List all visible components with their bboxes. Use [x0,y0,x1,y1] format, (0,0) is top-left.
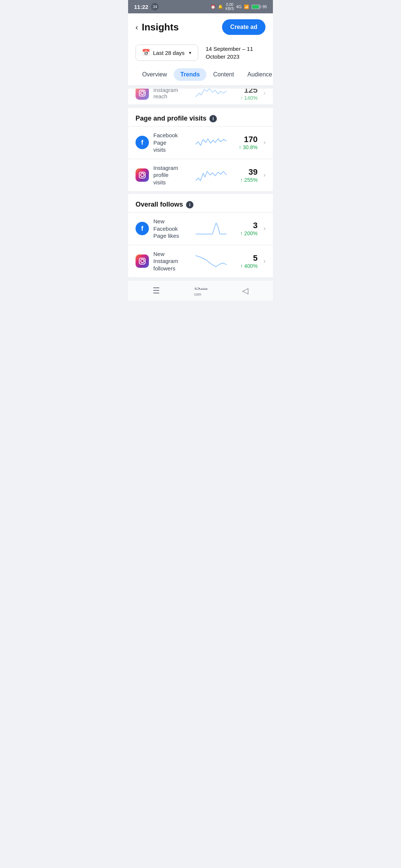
date-range-dropdown[interactable]: 📅 Last 28 days ▼ [136,45,198,61]
notification-badge: 34 [151,3,159,10]
instagram-icon [136,168,149,182]
facebook-visits-value: 170 [244,135,258,144]
partial-label: Instagram reach [153,89,189,99]
create-ad-button[interactable]: Create ad [222,19,265,35]
facebook-likes-value: 3 [253,221,257,230]
bell-icon: 🔔 [218,4,223,9]
partial-change: ↑ 140% [240,95,258,101]
battery-level: 95 [263,4,267,9]
facebook-page-visits-label: Facebook Pagevisits [153,132,189,154]
facebook-likes-label: New FacebookPage likes [153,218,189,240]
menu-icon[interactable]: ☰ [153,286,160,296]
status-right: ⏰ 🔔 0.00KB/S 4G 📶 95 [211,3,267,11]
tab-content[interactable]: Content [206,68,241,81]
instagram-followers-row: New Instagramfollowers 5 ↑ 400% › [128,245,273,277]
page-title: Insights [142,22,179,33]
tabs-row: Overview Trends Content Audience [128,67,273,86]
overall-follows-header: Overall follows i [128,194,273,212]
tab-overview[interactable]: Overview [136,68,174,81]
instagram-followers-chart [194,254,227,269]
tab-trends[interactable]: Trends [174,68,206,81]
back-nav-icon[interactable]: ◁ [242,286,248,296]
battery-icon [251,4,260,9]
facebook-likes-chart [194,221,227,236]
partial-chart [194,89,227,101]
instagram-visits-change: ↑ 255% [240,177,258,183]
reach-section-partial: Instagram reach 125 ↑ 140% › [128,89,273,105]
facebook-page-visits-row: f Facebook Pagevisits 170 ↑ 30.8% › [128,126,273,159]
chevron-right-icon[interactable]: › [264,139,265,146]
alarm-icon: ⏰ [211,4,216,9]
back-button[interactable]: ‹ [136,23,138,32]
facebook-icon-likes: f [136,222,149,235]
facebook-visits-chart [194,135,227,150]
app-logo: مسحةcom [194,285,208,297]
signal-icon: 📶 [244,4,249,9]
instagram-icon-followers [136,254,149,268]
dropdown-label: Last 28 days [153,50,185,56]
overall-follows-info-icon[interactable]: i [186,201,193,208]
status-time: 11:22 [134,4,148,10]
page-visits-info-icon[interactable]: i [209,115,217,122]
page-visits-section: Page and profile visits i f Facebook Pag… [128,108,273,191]
page-visits-title: Page and profile visits [136,115,206,122]
facebook-icon: f [136,136,149,149]
facebook-likes-change: ↑ 200% [240,230,258,236]
facebook-visits-change: ↑ 30.8% [239,144,258,150]
instagram-followers-change: ↑ 400% [240,263,258,269]
instagram-visits-value: 39 [248,167,257,177]
date-filter-row: 📅 Last 28 days ▼ 14 September – 11 Octob… [128,41,273,67]
network-speed: 0.00KB/S [225,3,234,11]
date-range-text: 14 September – 11 October 2023 [206,45,265,60]
partial-value: 125 [244,89,258,95]
instagram-followers-label: New Instagramfollowers [153,250,189,272]
instagram-icon-partial [136,89,149,100]
network-type: 4G [236,4,242,9]
chevron-right-icon[interactable]: › [264,172,265,178]
instagram-visits-chart [194,168,227,183]
instagram-profile-visits-row: Instagram profilevisits 39 ↑ 255% › [128,159,273,191]
bottom-nav: ☰ مسحةcom ◁ [128,280,273,301]
overall-follows-title: Overall follows [136,201,183,208]
facebook-likes-row: f New FacebookPage likes 3 ↑ 200% › [128,212,273,245]
status-bar: 11:22 34 ⏰ 🔔 0.00KB/S 4G 📶 95 [128,0,273,13]
page-visits-header: Page and profile visits i [128,108,273,126]
instagram-followers-value: 5 [253,253,257,263]
instagram-profile-visits-label: Instagram profilevisits [153,164,189,186]
header: ‹ Insights Create ad [128,13,273,41]
chevron-down-icon: ▼ [188,51,192,55]
overall-follows-section: Overall follows i f New FacebookPage lik… [128,194,273,277]
chevron-right-icon[interactable]: › [264,258,265,264]
chevron-right-icon[interactable]: › [264,225,265,232]
tab-audience[interactable]: Audience [241,68,273,81]
calendar-icon: 📅 [142,49,150,57]
chevron-right-icon[interactable]: › [264,90,265,96]
partial-reach-row: Instagram reach 125 ↑ 140% › [128,89,273,105]
